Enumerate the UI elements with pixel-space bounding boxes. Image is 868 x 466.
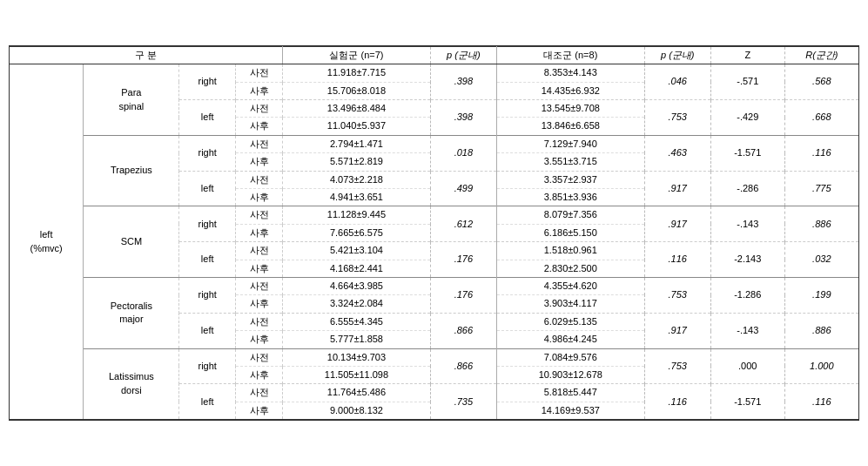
p-ctrl-value: .753 [644, 348, 710, 384]
post-label: 사후 [235, 366, 282, 383]
z-value: -.143 [710, 313, 784, 348]
exp-post-value: 15.706±8.018 [283, 82, 431, 99]
exp-post-value: 4.168±2.441 [283, 260, 431, 277]
z-value: -.286 [710, 171, 784, 206]
r-value: .116 [784, 135, 858, 171]
ctrl-post-value: 6.186±5.150 [497, 224, 645, 241]
p-ctrl-value: .917 [644, 313, 710, 348]
header-gu-text: 구 분 [135, 50, 157, 60]
exp-pre-value: 10.134±9.703 [283, 348, 431, 366]
p-ctrl-value: .753 [644, 100, 710, 136]
p-exp-value: .176 [430, 242, 496, 278]
exp-post-value: 5.571±2.819 [283, 153, 431, 171]
side-label-cell: left [179, 384, 235, 420]
side-label-cell: left [179, 100, 235, 136]
header-exp-text: 실험군 (n=7) [329, 50, 383, 60]
side-label-cell: right [179, 206, 235, 242]
r-value: .775 [784, 171, 858, 206]
header-p-exp-text: p (군내) [447, 50, 481, 60]
exp-post-value: 3.324±2.084 [283, 295, 431, 313]
z-value: -2.143 [710, 242, 784, 278]
side-label-cell: right [179, 348, 235, 384]
pre-label: 사전 [235, 313, 282, 330]
pre-label: 사전 [235, 135, 282, 152]
ctrl-post-value: 2.830±2.500 [497, 260, 645, 277]
pre-label: 사전 [235, 171, 282, 188]
pre-label: 사전 [235, 100, 282, 118]
ctrl-pre-value: 6.029±5.135 [497, 313, 645, 330]
r-value: .568 [784, 64, 858, 100]
r-value: .886 [784, 206, 858, 242]
ctrl-post-value: 3.551±3.715 [497, 153, 645, 171]
left-mvc-label: left(%mvc) [10, 64, 84, 420]
exp-pre-value: 6.555±4.345 [283, 313, 431, 330]
p-exp-value: .735 [430, 384, 496, 420]
table-row: Pectoralismajorright사전4.664±3.985.1764.3… [10, 277, 858, 294]
r-value: .668 [784, 100, 858, 136]
mvc-label: (%mvc) [30, 243, 63, 253]
p-exp-value: .398 [430, 64, 496, 100]
muscle-name-cell: Paraspinal [84, 64, 179, 136]
z-value: -.429 [710, 100, 784, 136]
p-ctrl-value: .463 [644, 135, 710, 171]
exp-pre-value: 11.918±7.715 [283, 64, 431, 82]
muscle-name-cell: Trapezius [84, 135, 179, 206]
table-row: SCMright사전11.128±9.445.6128.079±7.356.91… [10, 206, 858, 224]
pre-label: 사전 [235, 64, 282, 82]
ctrl-post-value: 3.903±4.117 [497, 295, 645, 313]
pre-label: 사전 [235, 348, 282, 366]
exp-post-value: 11.040±5.937 [283, 118, 431, 135]
table-row: Trapeziusright사전2.794±1.471.0187.129±7.9… [10, 135, 858, 152]
header-r-text: R(군간) [805, 50, 838, 60]
ctrl-pre-value: 4.355±4.620 [497, 277, 645, 294]
ctrl-pre-value: 8.079±7.356 [497, 206, 645, 224]
ctrl-pre-value: 3.357±2.937 [497, 171, 645, 188]
ctrl-post-value: 10.903±12.678 [497, 366, 645, 383]
ctrl-post-value: 3.851±3.936 [497, 189, 645, 206]
p-exp-value: .018 [430, 135, 496, 171]
side-label-cell: left [179, 313, 235, 348]
main-table-wrapper: 구 분 실험군 (n=7) p (군내) 대조군 (n=8) p (군내) Z [9, 45, 859, 421]
pre-label: 사전 [235, 242, 282, 260]
r-value: .032 [784, 242, 858, 278]
data-table: 구 분 실험군 (n=7) p (군내) 대조군 (n=8) p (군내) Z [10, 46, 858, 420]
z-value: -.571 [710, 64, 784, 100]
post-label: 사후 [235, 260, 282, 277]
ctrl-pre-value: 13.545±9.708 [497, 100, 645, 118]
ctrl-post-value: 13.846±6.658 [497, 118, 645, 135]
header-p-ctrl-text: p (군내) [661, 50, 695, 60]
pre-label: 사전 [235, 206, 282, 224]
side-label-cell: left [179, 171, 235, 206]
p-ctrl-value: .116 [644, 384, 710, 420]
ctrl-pre-value: 1.518±0.961 [497, 242, 645, 260]
r-value: .199 [784, 277, 858, 313]
muscle-name-cell: SCM [84, 206, 179, 278]
post-label: 사후 [235, 82, 282, 99]
r-value: .886 [784, 313, 858, 348]
p-exp-value: .499 [430, 171, 496, 206]
exp-post-value: 5.777±1.858 [283, 331, 431, 348]
z-value: .000 [710, 348, 784, 384]
side-label-cell: right [179, 64, 235, 100]
z-value: -1.286 [710, 277, 784, 313]
r-value: .116 [784, 384, 858, 420]
p-exp-value: .612 [430, 206, 496, 242]
p-ctrl-value: .116 [644, 242, 710, 278]
left-label: left [40, 229, 53, 240]
side-label-cell: right [179, 277, 235, 313]
p-ctrl-value: .753 [644, 277, 710, 313]
muscle-name-cell: Pectoralismajor [84, 277, 179, 348]
header-ctrl: 대조군 (n=8) [497, 46, 645, 64]
post-label: 사후 [235, 189, 282, 206]
post-label: 사후 [235, 402, 282, 419]
z-value: -1.571 [710, 384, 784, 420]
ctrl-post-value: 14.169±9.537 [497, 402, 645, 419]
p-ctrl-value: .917 [644, 206, 710, 242]
p-exp-value: .866 [430, 313, 496, 348]
header-exp: 실험군 (n=7) [283, 46, 431, 64]
post-label: 사후 [235, 331, 282, 348]
p-ctrl-value: .917 [644, 171, 710, 206]
post-label: 사후 [235, 118, 282, 135]
p-exp-value: .866 [430, 348, 496, 384]
exp-pre-value: 11.128±9.445 [283, 206, 431, 224]
